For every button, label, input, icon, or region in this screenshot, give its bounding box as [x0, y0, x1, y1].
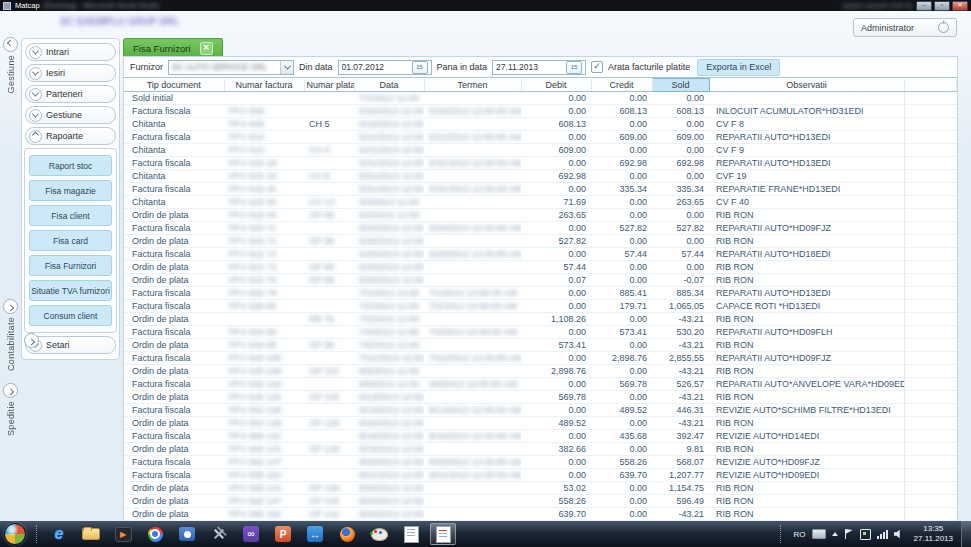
chevron-down-icon[interactable] [280, 61, 293, 74]
start-button-icon[interactable] [4, 523, 26, 545]
administrator-button[interactable]: Administrator [853, 18, 957, 37]
pana-in-data-input[interactable] [496, 61, 564, 73]
table-row[interactable]: ChitantaPFV 615 19CH 85/31/2013 12:00692… [124, 170, 957, 183]
calendar-icon[interactable] [412, 61, 428, 74]
table-row[interactable]: Factura fiscalaPFV 640 1087/22/2013 12:0… [124, 352, 957, 365]
sidebar-section-gestiune[interactable]: Gestiune [25, 106, 116, 124]
table-row[interactable]: Factura fiscalaPFV 634 907/4/2013 12:007… [124, 326, 957, 339]
visual-studio-icon[interactable] [238, 523, 264, 545]
network-signal-icon[interactable] [877, 530, 888, 539]
table-row[interactable]: Ordin de plataPFV 640 108OP 1108/5/2013 … [124, 365, 957, 378]
furnizor-select[interactable]: SC AUTO SERVICE SRL [168, 60, 294, 75]
table-row[interactable]: Ordin de plataPFV 620 71OP 866/26/2013 1… [124, 235, 957, 248]
window-app-icon [3, 2, 11, 10]
restore-icon[interactable]: ▫ [934, 1, 950, 11]
rail-section-gestiune[interactable]: Gestiune [2, 37, 19, 93]
column-header-numar-factura[interactable]: Numar factura [224, 79, 304, 92]
show-desktop-button[interactable] [961, 521, 971, 547]
table-row[interactable]: Factura fiscalaPFV 620 716/26/2013 12:00… [124, 222, 957, 235]
paint-icon[interactable] [366, 523, 392, 545]
column-header-tip-document[interactable]: Tip document [124, 79, 224, 92]
table-row[interactable]: Ordin de plataPFV 652 128OP 1288/16/2013… [124, 417, 957, 430]
close-icon[interactable]: ✕ [952, 1, 968, 11]
rail-section-contabilitate[interactable]: Contabilitate [2, 299, 19, 371]
screen-capture-app-icon[interactable] [174, 523, 200, 545]
matcap-app-icon[interactable] [430, 523, 456, 545]
din-data-input[interactable] [342, 61, 410, 73]
chevron-left-icon[interactable] [3, 37, 18, 52]
table-row[interactable]: Factura fiscalaPFV 622 726/26/2013 12:00… [124, 248, 957, 261]
table-row[interactable]: Factura fiscalaPFV 630 797/1/2013 12:007… [124, 287, 957, 300]
report-button-situatie-tva-furnizori[interactable]: Situatie TVA furnizori [29, 280, 112, 301]
report-button-consum-client[interactable]: Consum client [29, 305, 112, 326]
calendar-icon[interactable] [566, 61, 582, 74]
table-row[interactable]: Factura fiscalaPFV 652 1288/14/2013 12:0… [124, 404, 957, 417]
table-row[interactable]: Ordin de plataPFV 660 141OP 1288/19/2013… [124, 443, 957, 456]
table-row[interactable]: Ordin de plataPFV 622 79OP 886/26/2013 1… [124, 274, 957, 287]
column-header-numar-plata[interactable]: Numar plata [304, 79, 354, 92]
internet-explorer-icon[interactable] [46, 523, 72, 545]
tab-close-icon[interactable]: ✕ [200, 42, 213, 55]
tab-fisa-furnizori[interactable]: Fisa Furnizori ✕ [123, 38, 223, 57]
column-header-debit[interactable]: Debit [521, 79, 591, 92]
media-player-icon[interactable] [110, 523, 136, 545]
show-hidden-icons-icon[interactable] [832, 532, 838, 536]
table-row[interactable]: ChitantaPFV 608CH 55/16/2013 12:00608.13… [124, 118, 957, 131]
table-row[interactable]: Ordin de plataPFV 618 40OP 856/3/2013 12… [124, 209, 957, 222]
column-header-data[interactable]: Data [354, 79, 424, 92]
table-row[interactable]: Factura fiscalaPFV 6105/21/2013 12:005/2… [124, 131, 957, 144]
powerpoint-icon[interactable] [270, 523, 296, 545]
column-header-observatii[interactable]: Observatii [709, 79, 904, 92]
table-row[interactable]: Factura fiscalaPFV 618 405/31/2013 12:00… [124, 183, 957, 196]
table-row[interactable]: Factura fiscalaPFV 615 195/31/2013 12:00… [124, 157, 957, 170]
firefox-icon[interactable] [334, 523, 360, 545]
report-button-raport-stoc[interactable]: Raport stoc [29, 155, 112, 176]
language-indicator[interactable]: RO [794, 530, 806, 539]
notepad-icon[interactable] [398, 523, 424, 545]
keyboard-icon[interactable] [812, 529, 826, 539]
table-row[interactable]: Factura fiscalaPFV 665 1528/21/2013 12:0… [124, 469, 957, 482]
table-row[interactable]: Factura fiscalaPFV 645 1188/9/2013 12:00… [124, 378, 957, 391]
taskbar-clock[interactable]: 13:35 27.11.2013 [914, 524, 953, 545]
minimize-icon[interactable]: – [916, 1, 932, 11]
table-row[interactable]: Factura fiscalaPFV 662 1478/20/2013 12:0… [124, 456, 957, 469]
report-button-fisa-furnizori[interactable]: Fisa Furnizori [29, 255, 112, 276]
table-row[interactable]: Ordin de plataPFV 622 72OP 886/26/2013 1… [124, 261, 957, 274]
chevron-right-icon[interactable] [3, 299, 18, 314]
table-row[interactable]: ChitantaPFV 610CH 65/21/2013 12:00609.00… [124, 144, 957, 157]
sidebar-section-iesiri[interactable]: Iesiri [25, 64, 116, 82]
table-row[interactable]: Ordin de plataPFV 634 90OP 907/5/2013 12… [124, 339, 957, 352]
table-row[interactable]: Ordin de plataPFV 662 147OP 1408/26/2013… [124, 495, 957, 508]
config-tool-icon[interactable] [206, 523, 232, 545]
teamviewer-icon[interactable] [302, 523, 328, 545]
sidebar-expand-button[interactable] [24, 333, 39, 348]
table-row[interactable]: Factura fiscalaPFV 630 807/2/2013 12:007… [124, 300, 957, 313]
table-row[interactable]: Sold initial7/1/2012 12:000.000.000.00 [124, 92, 957, 105]
report-button-fisa-card[interactable]: Fisa card [29, 230, 112, 251]
updates-icon[interactable] [860, 529, 871, 540]
speaker-icon[interactable] [894, 529, 904, 539]
table-row[interactable]: Ordin de plataRB 767/3/2013 12:001,108.2… [124, 313, 957, 326]
table-row[interactable]: Ordin de plataPFV 645 118OP 1188/13/2013… [124, 391, 957, 404]
arata-facturile-platite-checkbox[interactable] [591, 61, 603, 73]
chrome-icon[interactable] [142, 523, 168, 545]
sidebar-section-intrari[interactable]: Intrari [25, 43, 116, 61]
windows-explorer-icon[interactable] [78, 523, 104, 545]
table-row[interactable]: Factura fiscalaPFV 660 1418/16/2013 12:0… [124, 430, 957, 443]
cell-debit: 692.98 [521, 170, 591, 183]
column-header-termen[interactable]: Termen [424, 79, 521, 92]
report-button-fisa-client[interactable]: Fisa client [29, 205, 112, 226]
exporta-in-excel-button[interactable]: Exporta in Excel [697, 59, 780, 76]
table-row[interactable]: Factura fiscalaPFV 6085/16/2013 12:005/1… [124, 105, 957, 118]
table-row[interactable]: Ordin de plataPFV 665 152OP 1428/26/2013… [124, 508, 957, 521]
rail-section-speditie[interactable]: Speditie [2, 383, 19, 436]
column-header-sold[interactable]: Sold [652, 79, 709, 92]
table-row[interactable]: Ordin de plataPFV 665 141OP 1388/26/2013… [124, 482, 957, 495]
action-center-flag-icon[interactable] [844, 529, 854, 539]
report-button-fisa-magazie[interactable]: Fisa magazie [29, 180, 112, 201]
chevron-right-icon[interactable] [3, 383, 18, 398]
column-header-credit[interactable]: Credit [591, 79, 652, 92]
sidebar-section-parteneri[interactable]: Parteneri [25, 85, 116, 103]
sidebar-section-rapoarte[interactable]: Rapoarte [25, 127, 116, 145]
table-row[interactable]: ChitantaPFV 618 40CH 136/3/2013 12:0071.… [124, 196, 957, 209]
